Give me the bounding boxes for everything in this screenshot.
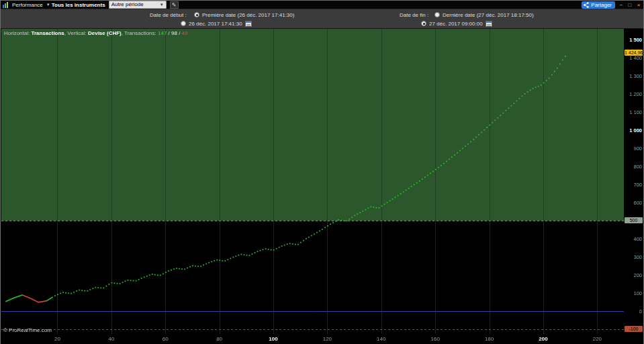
x-axis-label: 60 — [155, 336, 175, 342]
start-custom-date-radio[interactable] — [181, 21, 186, 26]
share-button[interactable]: Partager — [582, 1, 615, 9]
y-axis-label: 100 — [633, 290, 642, 296]
y-axis-label: 1 400 — [629, 55, 642, 61]
current-value-badge: 1 424,96 — [625, 50, 643, 56]
x-axis-label: 40 — [101, 336, 122, 342]
calendar-icon[interactable] — [245, 21, 252, 27]
y-axis-label: 600 — [633, 200, 642, 206]
y-axis-label: 800 — [633, 164, 642, 170]
equity-curve-canvas[interactable] — [1, 29, 624, 334]
instruments-dropdown[interactable]: ▼ Tous les instruments — [46, 2, 105, 8]
edit-button[interactable]: ✎ — [170, 1, 179, 9]
transactions-axis[interactable]: 20406080100120140160180200220 — [1, 334, 643, 344]
end-date-label: Date de fin : — [400, 12, 432, 18]
minimize-button[interactable]: − — [618, 2, 624, 8]
period-select[interactable]: Autre période ▼ — [109, 1, 167, 9]
y-axis-label: 1 200 — [629, 91, 642, 97]
level-badge--100: -100 — [625, 326, 643, 332]
x-axis-label: 180 — [479, 336, 500, 342]
window-title: Performance — [12, 2, 43, 8]
info-segment: , Transactions: — [122, 30, 158, 36]
y-axis-label: 1 100 — [629, 109, 642, 115]
x-axis-label: 160 — [425, 336, 445, 342]
info-segment: 49 — [182, 30, 188, 36]
x-axis-label: 120 — [317, 336, 337, 342]
start-date-group: Date de début : Première date (26 déc. 2… — [150, 11, 294, 27]
date-range-toolbar: Date de début : Première date (26 déc. 2… — [1, 9, 643, 29]
y-axis-label: 1 300 — [629, 73, 642, 79]
period-select-value: Autre période — [111, 1, 144, 8]
info-segment: , Vertical: — [64, 30, 88, 36]
start-first-date-radio[interactable] — [194, 12, 199, 17]
start-date-row-2: 26 déc. 2017 17:41:30 — [150, 19, 294, 27]
y-axis-label: 1 000 — [629, 127, 642, 133]
y-axis-label: 300 — [633, 254, 642, 260]
x-axis-label: 20 — [47, 336, 67, 342]
start-date-row-1: Date de début : Première date (26 déc. 2… — [150, 11, 294, 19]
info-segment: Horizontal: — [4, 30, 31, 36]
info-segment: Transactions — [31, 30, 64, 36]
y-axis-label: 400 — [633, 236, 642, 242]
y-axis-label: 900 — [633, 146, 642, 152]
end-date-row-2: 27 déc. 2017 09:00:00 — [400, 19, 534, 27]
calendar-icon[interactable] — [486, 21, 492, 27]
maximize-button[interactable]: □ — [627, 2, 633, 8]
end-date-row-1: Date de fin : Dernière date (27 déc. 201… — [400, 11, 534, 19]
level-badge-500: 500 — [625, 217, 643, 223]
share-button-label: Partager — [591, 1, 612, 9]
copyright-label: © ProRealTime.com — [3, 327, 52, 333]
performance-chart[interactable]: Horizontal: Transactions, Vertical: Devi… — [1, 29, 624, 334]
chart-info-line: Horizontal: Transactions, Vertical: Devi… — [4, 30, 188, 36]
x-axis-label: 200 — [533, 336, 553, 342]
y-axis-label: 200 — [633, 272, 642, 278]
end-last-date-radio[interactable] — [434, 12, 440, 17]
x-axis-label: 100 — [263, 336, 283, 342]
end-custom-date-radio[interactable] — [421, 21, 426, 26]
end-custom-date-value[interactable]: 27 déc. 2017 09:00:00 — [429, 21, 483, 27]
y-axis-label: 700 — [633, 182, 642, 188]
info-segment: 147 — [158, 30, 167, 36]
x-axis-label: 220 — [587, 336, 607, 342]
title-bar: Performance ▼ Tous les instruments Autre… — [1, 1, 643, 9]
info-segment: Devise (CHF) — [88, 30, 122, 36]
close-button[interactable]: × — [636, 2, 641, 8]
info-segment: 98 — [171, 30, 177, 36]
chevron-down-icon: ▼ — [46, 3, 50, 7]
price-axis[interactable]: 1 5001 4001 3001 2001 1001 0009008007006… — [624, 29, 643, 334]
x-axis-label: 140 — [371, 336, 392, 342]
end-date-group: Date de fin : Dernière date (27 déc. 201… — [400, 11, 534, 27]
start-custom-date-value[interactable]: 26 déc. 2017 17:41:30 — [189, 21, 242, 27]
y-axis-label: 0 — [639, 308, 642, 314]
start-date-label: Date de début : — [150, 12, 191, 18]
share-icon — [584, 2, 589, 8]
performance-window: Performance ▼ Tous les instruments Autre… — [0, 0, 644, 344]
x-axis-label: 80 — [210, 336, 230, 342]
y-axis-label: 1 500 — [629, 37, 642, 43]
end-last-date-option[interactable]: Dernière date (27 déc. 2017 18:17:50) — [443, 12, 534, 18]
chevron-down-icon: ▼ — [160, 1, 164, 8]
info-segment: / — [177, 30, 182, 36]
instruments-label: Tous les instruments — [52, 2, 105, 8]
pencil-icon: ✎ — [172, 2, 177, 8]
start-first-date-option[interactable]: Première date (26 déc. 2017 17:41:30) — [202, 12, 294, 18]
